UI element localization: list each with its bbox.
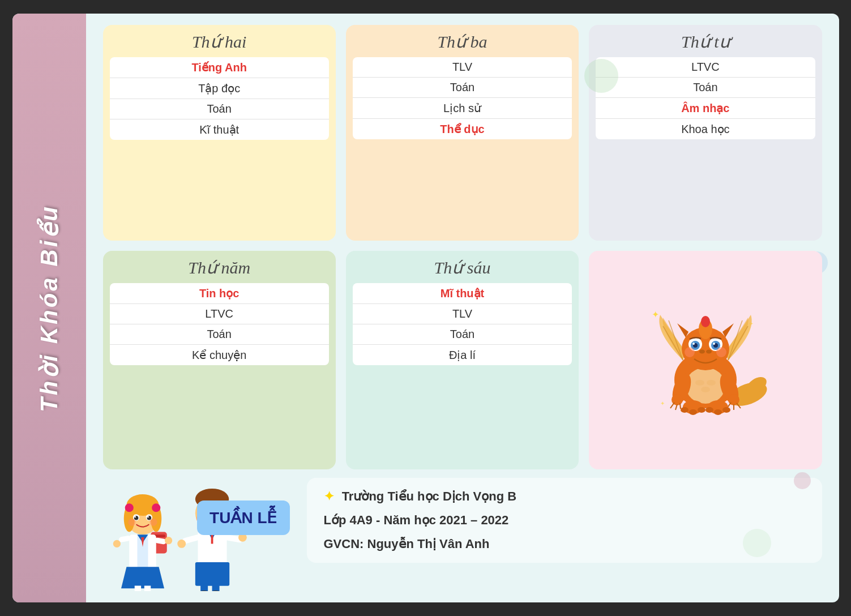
subject-cell: Thể dục	[353, 119, 572, 140]
table-row: Toán	[110, 99, 329, 119]
day-title-thu-nam: Thứ năm	[188, 258, 250, 277]
bottom-row: TUẦN LỄ ✦ Trường Tiểu học Dịch Vọng B Lớ…	[103, 478, 822, 591]
svg-point-71	[128, 519, 135, 526]
svg-point-20	[692, 343, 695, 345]
svg-point-26	[706, 350, 712, 354]
class-line: Lớp 4A9 - Năm học 2021 – 2022	[324, 513, 805, 528]
subject-table-thu-tu: LTVC Toán Âm nhạc Khoa học	[596, 57, 815, 139]
table-row: Kĩ thuật	[110, 119, 329, 140]
day-title-thu-ba: Thứ ba	[437, 32, 487, 52]
svg-rect-75	[118, 535, 131, 542]
star-icon: ✦	[324, 489, 334, 503]
svg-point-42	[689, 409, 697, 415]
subject-cell: Khoa học	[596, 119, 815, 140]
students-area: TUẦN LỄ	[103, 478, 296, 591]
table-row: Toán	[353, 78, 572, 98]
content-area: Thứ hai Tiếng Anh Tập đọc Toán Kĩ thuật …	[86, 14, 839, 602]
svg-point-27	[685, 347, 695, 357]
subject-table-thu-hai: Tiếng Anh Tập đọc Toán Kĩ thuật	[110, 57, 329, 140]
subject-cell: Âm nhạc	[596, 98, 815, 119]
day-title-thu-hai: Thứ hai	[192, 32, 247, 52]
day-card-thu-sau: Thứ sáu Mĩ thuật TLV Toán Địa lí	[346, 251, 579, 469]
svg-point-67	[134, 516, 136, 517]
table-row: TLV	[353, 304, 572, 324]
subject-cell: Tiếng Anh	[110, 57, 329, 78]
teacher-name: GVCN: Nguyễn Thị Vân Anh	[324, 537, 490, 551]
subject-table-thu-ba: TLV Toán Lịch sử Thể dục	[353, 57, 572, 139]
day-card-thu-ba: Thứ ba TLV Toán Lịch sử Thể dục	[346, 25, 579, 241]
deco-circle-3	[794, 472, 811, 489]
svg-point-70	[147, 516, 149, 517]
svg-text:✦: ✦	[660, 400, 665, 407]
svg-point-63	[125, 503, 133, 512]
subject-cell: Toán	[110, 324, 329, 345]
deco-circle-1	[584, 59, 618, 93]
subject-cell: Toán	[596, 78, 815, 98]
day-title-thu-tu: Thứ tư	[681, 32, 730, 52]
table-row: Kể chuyện	[110, 345, 329, 366]
table-row: Thể dục	[353, 119, 572, 140]
sidebar: Thời Khóa Biểu	[12, 14, 86, 602]
tuan-le-label: TUẦN LỄ	[209, 509, 277, 527]
svg-line-31	[670, 403, 674, 408]
subject-cell: Kĩ thuật	[110, 119, 329, 140]
svg-marker-15	[677, 323, 689, 337]
svg-point-77	[113, 540, 120, 547]
school-name: Trường Tiểu học Dịch Vọng B	[342, 489, 517, 503]
table-row: Mĩ thuật	[353, 283, 572, 304]
svg-marker-16	[722, 323, 734, 337]
dragon-illustration: ✦ ✦ ✦ ✦	[643, 298, 768, 422]
svg-marker-54	[121, 567, 164, 588]
student-girl	[103, 484, 182, 591]
table-row: TLV	[353, 57, 572, 78]
table-row: Toán	[110, 324, 329, 345]
svg-point-43	[698, 407, 705, 413]
svg-point-49	[701, 387, 710, 392]
svg-rect-81	[200, 583, 208, 591]
svg-point-46	[722, 407, 730, 413]
sidebar-title: Thời Khóa Biểu	[35, 204, 63, 412]
svg-point-84	[208, 591, 223, 591]
table-row: Lịch sử	[353, 98, 572, 119]
subject-cell: Toán	[353, 324, 572, 345]
main-container: Thời Khóa Biểu Thứ hai Tiếng Anh Tập đọc…	[12, 14, 839, 602]
table-row: Tập đọc	[110, 78, 329, 99]
subject-cell: Toán	[110, 99, 329, 119]
subject-cell: Kể chuyện	[110, 345, 329, 366]
svg-point-47	[695, 380, 704, 386]
table-row: Địa lí	[353, 345, 572, 366]
table-row: Khoa học	[596, 119, 815, 140]
subject-cell: Tin học	[110, 283, 329, 304]
svg-text:✦: ✦	[652, 310, 659, 319]
svg-line-33	[680, 403, 681, 409]
svg-point-48	[707, 380, 716, 386]
table-row: Toán	[596, 78, 815, 98]
school-line: ✦ Trường Tiểu học Dịch Vọng B	[324, 489, 805, 504]
svg-rect-82	[212, 583, 219, 591]
svg-point-83	[196, 591, 211, 591]
svg-point-99	[177, 540, 186, 548]
subject-cell: LTVC	[110, 304, 329, 324]
subject-table-thu-sau: Mĩ thuật TLV Toán Địa lí	[353, 283, 572, 365]
teacher-line: GVCN: Nguyễn Thị Vân Anh	[324, 537, 805, 551]
table-row: Toán	[353, 324, 572, 345]
day-card-thu-tu: Thứ tư LTVC Toán Âm nhạc Khoa học	[589, 25, 822, 241]
subject-cell: TLV	[353, 57, 572, 78]
tuan-le-badge: TUẦN LỄ	[197, 500, 289, 535]
deco-circle-4	[743, 529, 771, 557]
subject-cell: Lịch sử	[353, 98, 572, 119]
svg-point-44	[705, 407, 713, 413]
subject-cell: TLV	[353, 304, 572, 324]
svg-point-41	[681, 407, 689, 413]
svg-point-72	[149, 519, 157, 526]
table-row: Tiếng Anh	[110, 57, 329, 78]
day-title-thu-sau: Thứ sáu	[434, 258, 491, 277]
svg-point-64	[152, 503, 160, 512]
table-row: LTVC	[110, 304, 329, 324]
subject-cell: Mĩ thuật	[353, 283, 572, 304]
days-grid: Thứ hai Tiếng Anh Tập đọc Toán Kĩ thuật …	[103, 25, 822, 469]
svg-point-24	[713, 343, 715, 345]
table-row: Âm nhạc	[596, 98, 815, 119]
subject-cell: Địa lí	[353, 345, 572, 366]
student-boy	[171, 481, 262, 591]
